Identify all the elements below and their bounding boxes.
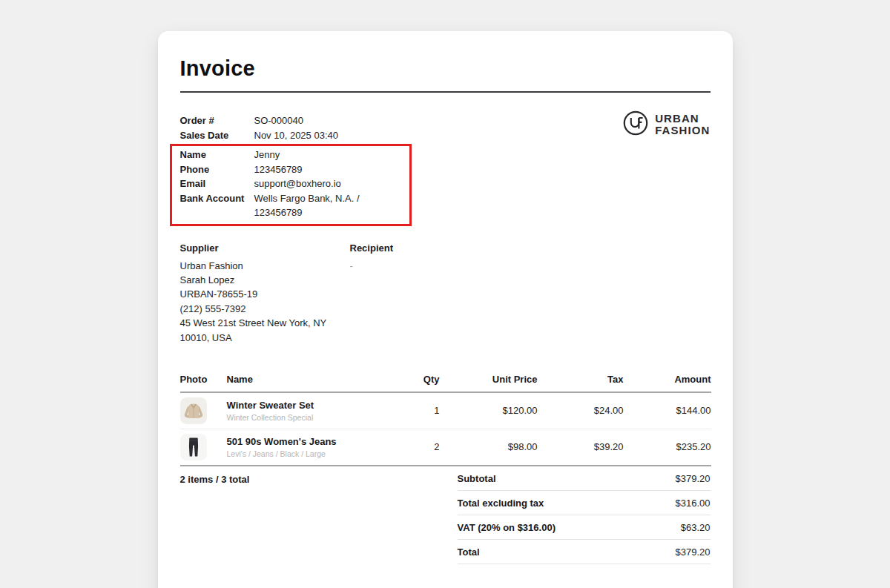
- customer-phone-label: Phone: [180, 162, 254, 177]
- item-row-sweater: Winter Sweater Set Winter Collection Spe…: [180, 392, 711, 429]
- vat-row: VAT (20% on $316.00) $63.20: [458, 515, 711, 540]
- item-variant: Levi's / Jeans / Black / Large: [227, 449, 373, 458]
- sales-date-value: Nov 10, 2025 03:40: [254, 128, 338, 143]
- invoice-header: Order # SO-000040 Sales Date Nov 10, 202…: [180, 113, 711, 226]
- item-tax: $39.20: [538, 429, 624, 466]
- customer-email-value: support@boxhero.io: [254, 176, 341, 191]
- item-qty: 2: [373, 429, 440, 466]
- item-name-cell: Winter Sweater Set Winter Collection Spe…: [227, 392, 373, 429]
- supplier-section: Supplier Urban Fashion Sarah Lopez URBAN…: [180, 242, 350, 345]
- total-value: $379.20: [676, 546, 711, 558]
- col-name: Name: [227, 374, 373, 392]
- supplier-company: Urban Fashion: [180, 259, 350, 273]
- brand-name-line2: FASHION: [655, 125, 710, 137]
- highlight-annotation-box: Name Jenny Phone 123456789 Email support…: [170, 144, 412, 226]
- vat-value: $63.20: [681, 522, 711, 533]
- vat-label: VAT (20% on $316.00): [458, 522, 556, 533]
- invoice-title: Invoice: [180, 56, 711, 81]
- recipient-placeholder: -: [350, 259, 394, 273]
- item-row-jeans: 501 90s Women's Jeans Levi's / Jeans / B…: [180, 429, 711, 466]
- customer-name-row: Name Jenny: [180, 148, 405, 162]
- total-label: Total: [458, 546, 480, 558]
- col-amount: Amount: [624, 374, 711, 392]
- sales-date-label: Sales Date: [180, 128, 254, 143]
- title-divider: [180, 91, 711, 93]
- item-amount: $235.20: [624, 429, 711, 466]
- totals-section: 2 items / 3 total Subtotal $379.20 Total…: [180, 466, 711, 564]
- sweater-photo: [180, 397, 227, 424]
- item-variant: Winter Collection Special: [227, 413, 373, 422]
- summary-table: Subtotal $379.20 Total excluding tax $31…: [458, 466, 711, 564]
- item-name: Winter Sweater Set: [227, 400, 373, 411]
- col-qty: Qty: [373, 374, 440, 392]
- supplier-phone: (212) 555-7392: [180, 302, 350, 316]
- bank-account-value: Wells Fargo Bank, N.A. / 123456789: [254, 191, 405, 220]
- items-table-header: Photo Name Qty Unit Price Tax Amount: [180, 374, 711, 392]
- order-info: Order # SO-000040 Sales Date Nov 10, 202…: [180, 113, 412, 226]
- supplier-address-line1: 45 West 21st Street New York, NY: [180, 316, 350, 330]
- customer-email-row: Email support@boxhero.io: [180, 176, 405, 191]
- sales-date-row: Sales Date Nov 10, 2025 03:40: [180, 128, 412, 143]
- supplier-heading: Supplier: [180, 242, 350, 254]
- item-name-cell: 501 90s Women's Jeans Levi's / Jeans / B…: [227, 429, 373, 466]
- supplier-contact: Sarah Lopez: [180, 273, 350, 287]
- supplier-address-line2: 10010, USA: [180, 331, 350, 345]
- col-tax: Tax: [538, 374, 624, 392]
- item-photo-cell: [180, 429, 227, 466]
- subtotal-value: $379.20: [676, 473, 711, 484]
- customer-name-label: Name: [180, 148, 254, 162]
- item-qty: 1: [373, 392, 440, 429]
- item-unit-price: $120.00: [440, 392, 538, 429]
- invoice-document: Invoice Order # SO-000040 Sales Date Nov…: [158, 31, 733, 588]
- parties-section: Supplier Urban Fashion Sarah Lopez URBAN…: [180, 242, 711, 345]
- order-number-label: Order #: [180, 113, 254, 128]
- customer-phone-row: Phone 123456789: [180, 162, 405, 177]
- brand-name-line1: URBAN: [655, 113, 710, 125]
- item-amount: $144.00: [624, 392, 711, 429]
- item-unit-price: $98.00: [440, 429, 538, 466]
- customer-name-value: Jenny: [254, 148, 280, 162]
- col-photo: Photo: [180, 374, 227, 392]
- items-table: Photo Name Qty Unit Price Tax Amount: [180, 374, 711, 466]
- jeans-photo: [180, 434, 227, 460]
- total-excluding-tax-label: Total excluding tax: [458, 498, 544, 509]
- brand-logo: URBAN FASHION: [623, 110, 710, 139]
- bank-account-row: Bank Account Wells Fargo Bank, N.A. / 12…: [180, 191, 405, 220]
- items-count: 2 items / 3 total: [180, 466, 250, 485]
- col-unit-price: Unit Price: [440, 374, 538, 392]
- subtotal-row: Subtotal $379.20: [458, 466, 711, 491]
- total-excluding-tax-row: Total excluding tax $316.00: [458, 491, 711, 515]
- recipient-heading: Recipient: [350, 242, 394, 254]
- supplier-id: URBAN-78655-19: [180, 287, 350, 301]
- uf-monogram-icon: [623, 110, 648, 139]
- total-row: Total $379.20: [458, 540, 711, 564]
- subtotal-label: Subtotal: [458, 473, 496, 484]
- bank-account-label: Bank Account: [180, 191, 254, 220]
- order-number-row: Order # SO-000040: [180, 113, 412, 128]
- brand-name: URBAN FASHION: [655, 113, 710, 137]
- recipient-section: Recipient -: [350, 242, 394, 345]
- order-number-value: SO-000040: [254, 113, 304, 128]
- customer-phone-value: 123456789: [254, 162, 303, 177]
- item-tax: $24.00: [538, 392, 624, 429]
- total-excluding-tax-value: $316.00: [676, 498, 711, 509]
- item-photo-cell: [180, 392, 227, 429]
- customer-email-label: Email: [180, 176, 254, 191]
- item-name: 501 90s Women's Jeans: [227, 436, 373, 447]
